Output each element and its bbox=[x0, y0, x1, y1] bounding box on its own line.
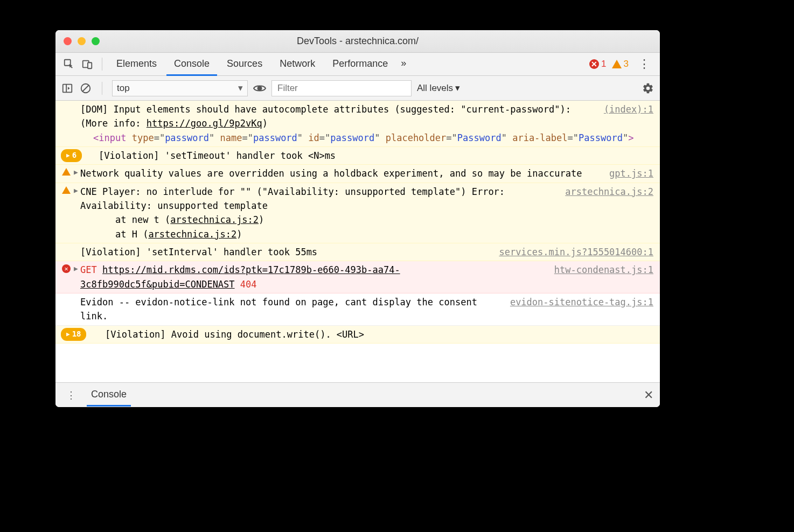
repeat-count-badge[interactable]: ▶18 bbox=[61, 328, 86, 341]
message-source-link[interactable]: arstechnica.js:2 bbox=[565, 185, 653, 199]
message-source-link[interactable]: services.min.js?1555014600:1 bbox=[499, 245, 653, 259]
tab-sources[interactable]: Sources bbox=[219, 53, 270, 76]
stack-link[interactable]: arstechnica.js:2 bbox=[170, 214, 259, 225]
svg-marker-5 bbox=[68, 87, 70, 90]
svg-point-8 bbox=[258, 86, 262, 90]
console-message[interactable]: services.min.js?1555014600:1 [Violation]… bbox=[55, 243, 660, 261]
warning-count-badge[interactable]: 3 bbox=[612, 59, 629, 69]
message-source-link[interactable]: htw-condenast.js:1 bbox=[554, 263, 653, 277]
log-levels-selector[interactable]: All levels ▾ bbox=[417, 82, 460, 94]
drawer-menu-button[interactable]: ⋮ bbox=[62, 387, 80, 403]
console-message[interactable]: ▶ arstechnica.js:2 CNE Player: no interl… bbox=[55, 183, 660, 243]
console-message[interactable]: ✕ ▶ htw-condenast.js:1 GET https://mid.r… bbox=[55, 261, 660, 293]
console-message[interactable]: ▶18 [Violation] Avoid using document.wri… bbox=[55, 326, 660, 344]
settings-menu-button[interactable]: ⋮ bbox=[634, 55, 654, 73]
close-drawer-button[interactable]: ✕ bbox=[644, 388, 653, 402]
zoom-window-button[interactable] bbox=[92, 37, 100, 45]
drawer-tab-console[interactable]: Console bbox=[87, 383, 131, 407]
message-source-link[interactable]: gpt.js:1 bbox=[609, 166, 653, 180]
separator bbox=[102, 82, 102, 95]
expand-arrow-icon[interactable]: ▶ bbox=[74, 167, 78, 178]
message-source-link[interactable]: evidon-sitenotice-tag.js:1 bbox=[510, 295, 653, 309]
minimize-window-button[interactable] bbox=[78, 37, 86, 45]
console-message[interactable]: ▶ gpt.js:1 Network quality values are ov… bbox=[55, 165, 660, 183]
console-settings-icon[interactable] bbox=[642, 82, 654, 95]
repeat-count-badge[interactable]: ▶6 bbox=[61, 149, 82, 162]
context-selector[interactable]: top ▾ bbox=[112, 80, 248, 96]
live-expression-icon[interactable] bbox=[253, 82, 266, 95]
dom-element[interactable]: <input type="password" name="password" i… bbox=[80, 131, 653, 145]
svg-line-7 bbox=[83, 85, 89, 91]
console-messages: (index):1 [DOM] Input elements should ha… bbox=[55, 101, 660, 382]
tab-console[interactable]: Console bbox=[166, 53, 217, 76]
tab-elements[interactable]: Elements bbox=[109, 53, 164, 76]
toggle-sidebar-icon[interactable] bbox=[61, 82, 74, 95]
inspect-element-icon[interactable] bbox=[61, 56, 77, 72]
tabs-overflow-button[interactable]: » bbox=[398, 52, 409, 76]
message-source-link[interactable]: (index):1 bbox=[604, 102, 653, 116]
console-message[interactable]: (index):1 [DOM] Input elements should ha… bbox=[55, 101, 660, 147]
device-toolbar-icon[interactable] bbox=[79, 56, 95, 72]
error-count-badge[interactable]: ✕ 1 bbox=[589, 59, 606, 69]
error-icon: ✕ bbox=[62, 264, 71, 273]
svg-rect-3 bbox=[63, 84, 72, 92]
stack-link[interactable]: arstechnica.js:2 bbox=[148, 229, 236, 240]
warning-icon bbox=[62, 168, 71, 176]
drawer: ⋮ Console ✕ bbox=[55, 382, 660, 407]
warning-icon bbox=[612, 60, 622, 68]
console-toolbar: top ▾ All levels ▾ bbox=[55, 76, 660, 101]
chevron-down-icon: ▾ bbox=[455, 82, 460, 94]
panel-tabs: Elements Console Sources Network Perform… bbox=[55, 53, 660, 76]
chevron-down-icon: ▾ bbox=[238, 82, 243, 94]
devtools-window: DevTools - arstechnica.com/ Elements Con… bbox=[55, 30, 660, 407]
error-icon: ✕ bbox=[589, 59, 599, 69]
clear-console-icon[interactable] bbox=[79, 82, 92, 95]
expand-arrow-icon[interactable]: ▶ bbox=[74, 185, 78, 196]
console-message[interactable]: evidon-sitenotice-tag.js:1 Evidon -- evi… bbox=[55, 293, 660, 326]
window-controls bbox=[64, 37, 100, 45]
separator bbox=[102, 58, 102, 71]
filter-input[interactable] bbox=[271, 80, 412, 96]
titlebar: DevTools - arstechnica.com/ bbox=[55, 30, 660, 53]
expand-arrow-icon[interactable]: ▶ bbox=[74, 263, 78, 274]
console-message[interactable]: ▶6 [Violation] 'setTimeout' handler took… bbox=[55, 147, 660, 165]
close-window-button[interactable] bbox=[64, 37, 72, 45]
info-link[interactable]: https://goo.gl/9p2vKq bbox=[147, 118, 262, 129]
tab-network[interactable]: Network bbox=[272, 53, 323, 76]
window-title: DevTools - arstechnica.com/ bbox=[55, 36, 660, 47]
tab-performance[interactable]: Performance bbox=[325, 53, 395, 76]
svg-rect-2 bbox=[88, 62, 92, 68]
context-value: top bbox=[117, 83, 130, 94]
warning-icon bbox=[62, 186, 71, 194]
